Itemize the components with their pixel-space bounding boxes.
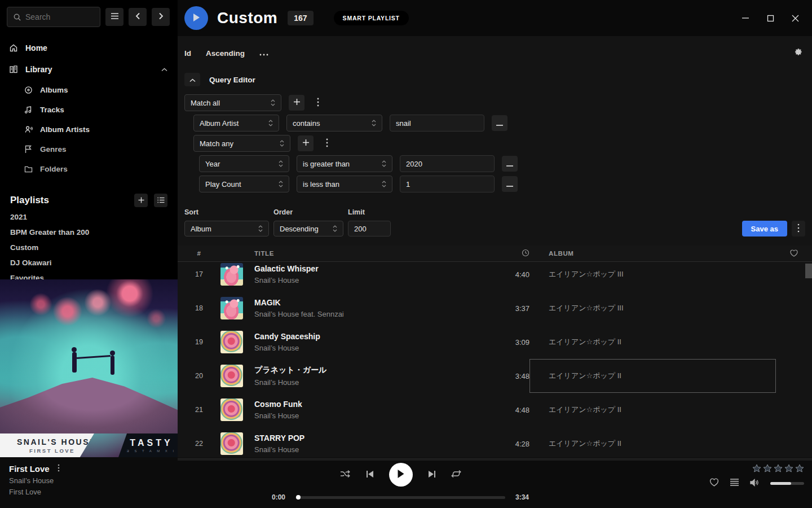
rule-value-input[interactable] <box>400 176 495 192</box>
rule-menu-button[interactable] <box>312 95 324 111</box>
now-playing-artwork[interactable]: SNAIL'S HOUSE FIRST LOVE TASTY Ǝ S T A M… <box>0 279 178 457</box>
playlist-list-button[interactable] <box>154 194 167 207</box>
chevron-up-icon[interactable] <box>160 65 169 74</box>
settings-button[interactable] <box>793 47 805 59</box>
sidebar-item-albums[interactable]: Albums <box>0 80 178 100</box>
playlist-item[interactable]: 2021 <box>0 209 178 225</box>
table-row[interactable]: 19 Candy Spaceship Snail’s House 3:09 エイ… <box>178 325 812 359</box>
sidebar-item-folders[interactable]: Folders <box>0 159 178 179</box>
sort-field-button[interactable]: Id <box>184 49 191 58</box>
favorite-button[interactable] <box>709 478 719 488</box>
album-cell[interactable]: エイリアン☆ポップ II <box>529 337 776 347</box>
track-artist[interactable]: Snail’s House <box>254 276 484 284</box>
group-match-type-select[interactable]: Match any <box>193 135 290 152</box>
track-artist[interactable]: Snail’s House feat. Sennzai <box>254 310 484 318</box>
star-icon[interactable] <box>795 464 804 472</box>
search-input[interactable] <box>25 12 95 21</box>
star-icon[interactable] <box>774 464 783 472</box>
now-playing-title[interactable]: First Love <box>9 464 50 474</box>
shuffle-button[interactable] <box>340 470 351 480</box>
track-artist[interactable]: Snail’s House <box>254 378 484 387</box>
column-header-album[interactable]: ALBUM <box>529 250 776 257</box>
album-cell-focused[interactable]: エイリアン☆ポップ II <box>529 359 776 393</box>
rule-field-select[interactable]: Year <box>199 155 289 172</box>
rule-field-select[interactable]: Play Count <box>199 176 289 192</box>
album-cell[interactable]: エイリアン☆ポップ III <box>529 269 776 279</box>
add-group-rule-button[interactable] <box>298 135 314 151</box>
star-icon[interactable] <box>752 464 761 472</box>
maximize-button[interactable] <box>766 14 775 23</box>
remove-rule-button[interactable] <box>492 115 508 131</box>
save-as-button[interactable]: Save as <box>742 221 787 237</box>
remove-rule-button[interactable] <box>502 156 518 172</box>
table-row[interactable]: 22 STARRY POP Snail’s House 4:28 エイリアン☆ポ… <box>178 427 812 461</box>
seek-slider[interactable] <box>295 496 505 499</box>
playlist-item[interactable]: BPM Greater than 200 <box>0 225 178 240</box>
order-select[interactable]: Descending <box>273 221 343 237</box>
kebab-icon <box>317 98 319 108</box>
forward-button[interactable] <box>152 8 170 26</box>
rule-operator-select[interactable]: contains <box>286 115 382 132</box>
scrollbar-thumb[interactable] <box>805 264 812 278</box>
back-button[interactable] <box>129 8 147 26</box>
album-cell[interactable]: エイリアン☆ポップ III <box>529 303 776 313</box>
now-playing-album[interactable]: First Love <box>9 488 192 496</box>
table-row[interactable]: 18 MAGIK Snail’s House feat. Sennzai 3:3… <box>178 291 812 325</box>
limit-input[interactable] <box>348 221 391 237</box>
column-header-duration[interactable] <box>484 249 529 258</box>
playlist-item[interactable]: Custom <box>0 240 178 255</box>
sort-direction-button[interactable]: Ascending <box>206 49 245 58</box>
star-icon[interactable] <box>763 464 772 472</box>
group-menu-button[interactable] <box>321 135 333 151</box>
album-cell[interactable]: エイリアン☆ポップ II <box>529 405 776 415</box>
rule-value-input[interactable] <box>390 115 484 132</box>
star-icon[interactable] <box>784 464 793 472</box>
album-cell[interactable]: エイリアン☆ポップ II <box>529 439 776 449</box>
repeat-button[interactable] <box>451 470 461 480</box>
rule-operator-select[interactable]: is less than <box>297 176 392 192</box>
queue-button[interactable] <box>730 479 739 488</box>
column-header-index[interactable]: # <box>178 250 220 257</box>
sidebar-item-genres[interactable]: Genres <box>0 139 178 159</box>
menu-button[interactable] <box>105 8 123 26</box>
row-index: 17 <box>178 270 220 278</box>
track-artist[interactable]: Snail’s House <box>254 411 484 420</box>
table-row[interactable]: 21 Cosmo Funk Snail’s House 4:48 エイリアン☆ポ… <box>178 393 812 427</box>
rule-value-input[interactable] <box>400 155 495 172</box>
add-rule-button[interactable] <box>289 95 304 111</box>
sidebar-item-tracks[interactable]: Tracks <box>0 100 178 120</box>
track-artist[interactable]: Snail’s House <box>254 344 484 352</box>
table-row[interactable]: 17 Galactic Whisper Snail’s House 4:40 エ… <box>178 257 812 291</box>
play-playlist-button[interactable] <box>184 6 208 30</box>
save-menu-button[interactable] <box>792 221 805 237</box>
table-row[interactable]: 20 プラネット・ガール Snail’s House 3:48 エイリアン☆ポッ… <box>178 359 812 393</box>
previous-button[interactable] <box>366 470 374 480</box>
seek-thumb[interactable] <box>296 495 301 500</box>
more-options-button[interactable] <box>259 49 268 58</box>
minimize-button[interactable] <box>741 14 750 23</box>
track-title: MAGIK <box>254 298 484 307</box>
collapse-query-editor-button[interactable] <box>184 73 200 86</box>
match-type-select[interactable]: Match all <box>184 94 281 111</box>
sidebar-item-library[interactable]: Library <box>0 59 178 80</box>
sort-select[interactable]: Album <box>184 221 269 237</box>
play-pause-button[interactable] <box>389 463 413 487</box>
add-playlist-button[interactable] <box>134 194 148 207</box>
column-header-title[interactable]: TITLE <box>254 250 484 257</box>
close-button[interactable] <box>791 14 800 23</box>
volume-button[interactable] <box>750 479 759 488</box>
remove-rule-button[interactable] <box>502 176 518 192</box>
now-playing-artist[interactable]: Snail’s House <box>9 476 192 485</box>
sidebar-item-album-artists[interactable]: Album Artists <box>0 120 178 139</box>
rule-field-select[interactable]: Album Artist <box>193 115 279 132</box>
kebab-icon <box>58 465 60 474</box>
playlist-item[interactable]: DJ Okawari <box>0 255 178 270</box>
now-playing-menu-button[interactable] <box>58 464 60 474</box>
track-artist[interactable]: Snail’s House <box>254 445 484 454</box>
sidebar-item-home[interactable]: Home <box>0 37 178 59</box>
next-button[interactable] <box>428 470 436 480</box>
rule-operator-select[interactable]: is greater than <box>297 155 392 172</box>
column-header-favorite[interactable] <box>776 249 812 258</box>
sidebar-item-label: Albums <box>40 86 68 94</box>
volume-slider[interactable] <box>770 482 804 485</box>
